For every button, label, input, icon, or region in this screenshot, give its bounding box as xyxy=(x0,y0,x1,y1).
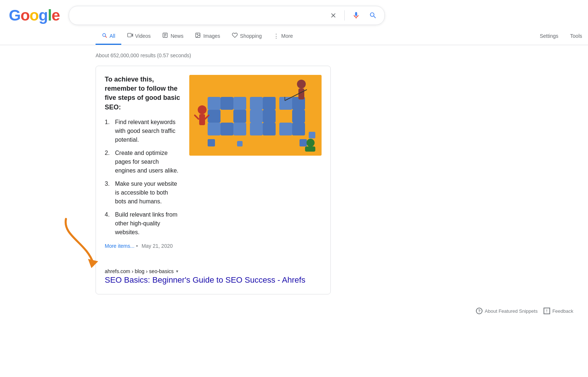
svg-rect-20 xyxy=(250,97,263,110)
feedback-button[interactable]: ! Feedback xyxy=(544,308,573,314)
videos-icon xyxy=(127,32,133,39)
search-button[interactable] xyxy=(368,10,379,21)
svg-rect-45 xyxy=(305,146,315,152)
svg-rect-12 xyxy=(208,97,220,110)
seo-svg xyxy=(189,75,322,156)
list-item: 1. Find relevant keywords with good sear… xyxy=(105,118,180,144)
tab-all-label: All xyxy=(110,33,115,39)
svg-line-1 xyxy=(105,36,107,37)
tab-images[interactable]: Images xyxy=(189,28,226,45)
card-heading: To achieve this, remember to follow the … xyxy=(105,75,180,112)
svg-point-36 xyxy=(198,105,207,114)
svg-marker-10 xyxy=(88,259,98,268)
logo-e: e xyxy=(51,7,60,24)
svg-rect-37 xyxy=(199,114,205,125)
result-title[interactable]: SEO Basics: Beginner's Guide to SEO Succ… xyxy=(105,275,322,286)
news-icon xyxy=(162,32,168,39)
tab-shopping-label: Shopping xyxy=(240,33,262,39)
svg-rect-25 xyxy=(263,123,276,135)
card-content: To achieve this, remember to follow the … xyxy=(105,75,322,249)
card-list: 1. Find relevant keywords with good sear… xyxy=(105,118,180,237)
logo-o2: o xyxy=(29,7,39,24)
dropdown-arrow[interactable]: ▾ xyxy=(176,269,178,274)
microphone-icon xyxy=(352,11,360,19)
svg-rect-35 xyxy=(309,132,315,138)
tab-videos-label: Videos xyxy=(135,33,151,39)
tab-all[interactable]: All xyxy=(96,28,121,45)
svg-marker-3 xyxy=(132,33,133,37)
svg-rect-17 xyxy=(220,123,233,135)
svg-rect-41 xyxy=(298,88,304,99)
svg-point-44 xyxy=(306,139,315,147)
tab-news[interactable]: News xyxy=(157,28,189,45)
svg-rect-33 xyxy=(237,141,243,146)
shopping-icon xyxy=(232,32,238,39)
arrow-annotation xyxy=(59,213,103,272)
clear-icon xyxy=(330,12,337,19)
source-domain: ahrefs.com › blog › seo-basics xyxy=(105,268,174,274)
svg-rect-30 xyxy=(279,123,292,135)
source-section: ahrefs.com › blog › seo-basics ▾ SEO Bas… xyxy=(105,257,322,286)
svg-rect-18 xyxy=(233,123,246,135)
search-icons xyxy=(328,10,379,21)
tab-images-label: Images xyxy=(203,33,220,39)
clear-button[interactable] xyxy=(328,10,338,21)
source-breadcrumb-line: ahrefs.com › blog › seo-basics ▾ xyxy=(105,268,322,274)
more-items-row: More items... • May 21, 2020 xyxy=(105,243,180,249)
logo-g2: g xyxy=(39,7,48,24)
footer: ? About Featured Snippets ! Feedback xyxy=(0,302,588,320)
svg-point-9 xyxy=(197,34,198,35)
svg-rect-16 xyxy=(208,123,220,135)
search-icon xyxy=(369,11,377,19)
header: Google how to do seo xyxy=(0,0,588,25)
svg-rect-29 xyxy=(292,110,305,123)
about-snippets-label: About Featured Snippets xyxy=(485,308,538,314)
svg-rect-34 xyxy=(300,139,307,146)
dot-separator: • xyxy=(136,243,139,249)
svg-rect-2 xyxy=(128,33,131,37)
card-text: To achieve this, remember to follow the … xyxy=(105,75,180,249)
voice-search-button[interactable] xyxy=(351,10,362,21)
settings-link[interactable]: Settings xyxy=(534,29,564,44)
more-items-link[interactable]: More items... xyxy=(105,243,135,249)
featured-snippet-card: To achieve this, remember to follow the … xyxy=(96,66,331,294)
svg-rect-24 xyxy=(250,123,263,135)
search-bar: how to do seo xyxy=(69,6,385,25)
about-snippets[interactable]: ? About Featured Snippets xyxy=(476,308,538,314)
snippet-date: May 21, 2020 xyxy=(141,243,173,249)
all-icon xyxy=(101,32,107,39)
search-input[interactable]: how to do seo xyxy=(75,12,324,19)
list-item: 2. Create and optimize pages for search … xyxy=(105,149,180,175)
svg-rect-22 xyxy=(250,110,263,123)
results-area: About 652,000,000 results (0.57 seconds)… xyxy=(0,45,331,302)
images-icon xyxy=(195,32,201,39)
svg-point-40 xyxy=(297,80,306,88)
question-icon: ? xyxy=(476,308,483,314)
list-item: 4. Build relevant links from other high-… xyxy=(105,210,180,237)
more-icon: ⋮ xyxy=(273,33,279,39)
tools-link[interactable]: Tools xyxy=(564,29,588,44)
tab-news-label: News xyxy=(171,33,183,39)
feedback-label: Feedback xyxy=(552,308,573,314)
nav-tabs: All Videos News Images Shopping ⋮ More S… xyxy=(0,25,588,45)
tab-more[interactable]: ⋮ More xyxy=(268,28,299,45)
svg-rect-23 xyxy=(263,110,276,123)
results-count: About 652,000,000 results (0.57 seconds) xyxy=(96,52,331,58)
logo-l: l xyxy=(48,7,52,24)
tab-videos[interactable]: Videos xyxy=(121,28,157,45)
svg-rect-26 xyxy=(279,97,292,110)
svg-rect-32 xyxy=(208,139,215,146)
nav-right-links: Settings Tools xyxy=(534,29,588,44)
google-logo: Google xyxy=(9,7,60,24)
svg-rect-19 xyxy=(233,110,246,123)
svg-rect-31 xyxy=(292,123,305,135)
svg-rect-14 xyxy=(233,97,246,110)
logo-o1: o xyxy=(21,7,30,24)
svg-rect-13 xyxy=(220,97,233,110)
tab-more-label: More xyxy=(281,33,293,39)
logo-g: G xyxy=(9,7,21,24)
svg-rect-21 xyxy=(263,97,276,110)
seo-illustration xyxy=(189,75,322,156)
tab-shopping[interactable]: Shopping xyxy=(226,28,268,45)
list-item: 3. Make sure your website is accessible … xyxy=(105,180,180,206)
